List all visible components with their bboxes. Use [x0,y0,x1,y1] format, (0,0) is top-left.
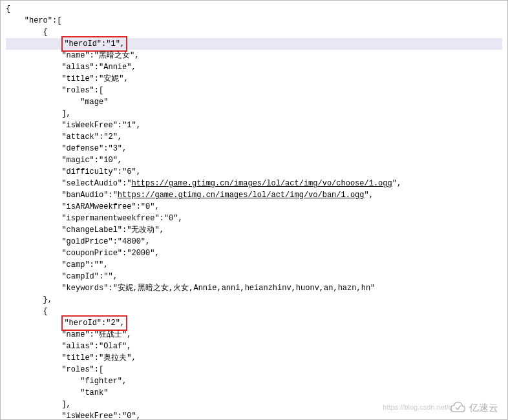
url-link: https://game.gtimg.cn/images/lol/act/img… [118,191,365,200]
url-link: https://game.gtimg.cn/images/lol/act/img… [131,179,392,188]
watermark-logo: 亿速云 [449,401,498,414]
code-line: "changeLabel":"无改动", [6,224,502,236]
code-line: "mage" [6,96,502,108]
code-line: "banAudio":"https://game.gtimg.cn/images… [6,189,502,201]
code-line: { [6,3,502,15]
code-line: "couponPrice":"2000", [6,247,502,259]
code-line: ], [6,108,502,120]
code-line: "name":"黑暗之女", [6,50,502,61]
code-line: "defense":"3", [6,143,502,154]
code-line: "selectAudio":"https://game.gtimg.cn/ima… [6,178,502,189]
code-line: "isWeekFree":"0", [6,410,502,420]
code-line: "isARAMweekfree":"0", [6,201,502,213]
code-line: "heroId":"2", [6,317,502,329]
code-line: "attack":"2", [6,131,502,143]
code-line: "hero":[ [6,15,502,26]
code-line: "goldPrice":"4800", [6,236,502,247]
code-line: "title":"奥拉夫", [6,352,502,364]
code-line: "difficulty":"6", [6,166,502,178]
code-line: "fighter", [6,375,502,387]
code-line: }, [6,294,502,306]
code-line: "ispermanentweekfree":"0", [6,213,502,224]
code-line: "keywords":"安妮,黑暗之女,火女,Annie,anni,heianz… [6,282,502,294]
code-line: "isWeekFree":"1", [6,120,502,131]
code-line: "magic":"10", [6,154,502,166]
code-line: "campId":"", [6,271,502,282]
code-line-highlighted: "heroId":"1", [6,38,502,50]
code-line: "alias":"Olaf", [6,341,502,352]
code-line: "alias":"Annie", [6,61,502,73]
code-line: "camp":"", [6,259,502,271]
code-line: "roles":[ [6,364,502,375]
watermark-url: https://blog.csdn.net/q [383,403,452,411]
code-line: "title":"安妮", [6,73,502,85]
code-line: "name":"狂战士", [6,329,502,341]
json-code-block: { "hero":[ { "heroId":"1", "name":"黑暗之女"… [1,1,507,420]
code-line: "tank" [6,387,502,399]
code-line: "roles":[ [6,85,502,96]
cloud-icon [449,401,467,414]
logo-text: 亿速云 [469,402,498,414]
